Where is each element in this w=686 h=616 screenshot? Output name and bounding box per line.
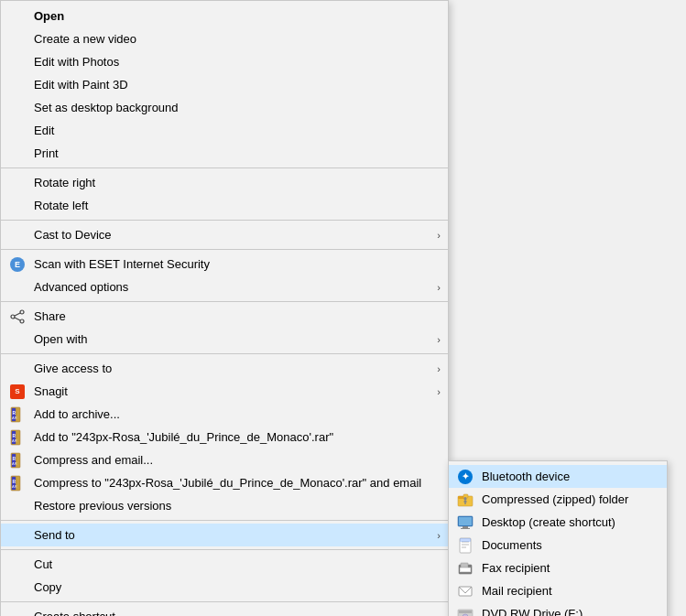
svg-rect-25 — [464, 498, 467, 500]
send-to-submenu: ✦ Bluetooth device Compressed (zipped) f… — [448, 460, 668, 616]
send-to-arrow-icon: › — [437, 530, 441, 541]
documents-label: Documents — [482, 538, 542, 552]
edit-paint3d-label: Edit with Paint 3D — [34, 78, 128, 92]
create-shortcut-label: Create shortcut — [34, 610, 115, 616]
separator-6 — [1, 520, 448, 521]
submenu-item-dvd[interactable]: DVD RW Drive (F:) — [449, 602, 667, 616]
svg-rect-30 — [461, 528, 470, 529]
separator-7 — [1, 549, 448, 550]
give-access-label: Give access to — [34, 362, 112, 375]
svg-text:AR: AR — [12, 416, 17, 420]
fax-label: Fax recipient — [482, 561, 550, 575]
svg-line-4 — [15, 318, 20, 320]
snagit-label: Snagit — [34, 384, 68, 398]
mail-label: Mail recipient — [482, 584, 552, 598]
menu-item-advanced[interactable]: Advanced options › — [1, 276, 448, 298]
compress-rar-email-label: Compress to "243px-Rosa_'Jubilé_du_Princ… — [34, 476, 421, 490]
print-label: Print — [34, 146, 59, 160]
menu-item-snagit[interactable]: S Snagit › — [1, 380, 448, 403]
open-with-label: Open with — [34, 332, 88, 346]
menu-item-send-to[interactable]: Send to › — [1, 524, 448, 546]
menu-item-rotate-right[interactable]: Rotate right — [1, 171, 448, 194]
svg-point-1 — [11, 315, 15, 319]
zip-label: Compressed (zipped) folder — [482, 492, 628, 506]
svg-rect-37 — [461, 563, 468, 567]
separator-5 — [1, 353, 448, 354]
menu-item-restore[interactable]: Restore previous versions — [1, 494, 448, 517]
context-menu: Open Create a new video Edit with Photos… — [0, 0, 449, 616]
menu-item-open-with[interactable]: Open with › — [1, 328, 448, 351]
svg-rect-39 — [461, 568, 470, 571]
winrar-add-icon: R AR — [8, 405, 27, 424]
menu-item-set-background[interactable]: Set as desktop background — [1, 96, 448, 119]
rotate-right-label: Rotate right — [34, 176, 95, 189]
advanced-label: Advanced options — [34, 280, 128, 294]
give-access-arrow-icon: › — [437, 363, 441, 374]
submenu-item-zip[interactable]: Compressed (zipped) folder — [449, 488, 667, 511]
dvd-icon — [456, 605, 474, 617]
edit-label: Edit — [34, 124, 54, 137]
menu-item-open[interactable]: Open — [1, 5, 448, 27]
submenu-item-desktop[interactable]: Desktop (create shortcut) — [449, 511, 667, 534]
submenu-item-documents[interactable]: Documents — [449, 534, 667, 557]
rotate-left-label: Rotate left — [34, 199, 88, 212]
svg-text:AR: AR — [12, 438, 17, 443]
menu-item-create-video[interactable]: Create a new video — [1, 27, 448, 50]
menu-item-add-rar[interactable]: R AR Add to "243px-Rosa_'Jubilé_du_Princ… — [1, 426, 448, 448]
desktop-icon — [456, 513, 474, 532]
bluetooth-label: Bluetooth device — [482, 470, 570, 483]
menu-item-add-archive[interactable]: R AR Add to archive... — [1, 403, 448, 426]
menu-item-compress-rar-email[interactable]: R AR Compress to "243px-Rosa_'Jubilé_du_… — [1, 471, 448, 494]
svg-rect-40 — [459, 587, 472, 596]
menu-item-cast[interactable]: Cast to Device › — [1, 223, 448, 246]
snagit-icon: S — [8, 383, 27, 401]
set-background-label: Set as desktop background — [34, 101, 179, 114]
separator-1 — [1, 168, 448, 168]
separator-3 — [1, 249, 448, 250]
svg-text:AR: AR — [12, 484, 17, 489]
svg-rect-42 — [459, 611, 472, 613]
submenu-item-bluetooth[interactable]: ✦ Bluetooth device — [449, 465, 667, 488]
menu-item-edit-photos[interactable]: Edit with Photos — [1, 50, 448, 73]
menu-item-edit[interactable]: Edit — [1, 119, 448, 142]
menu-item-cut[interactable]: Cut — [1, 553, 448, 576]
menu-item-share[interactable]: Share — [1, 305, 448, 328]
menu-item-edit-paint3d[interactable]: Edit with Paint 3D — [1, 73, 448, 96]
menu-item-rotate-left[interactable]: Rotate left — [1, 194, 448, 217]
menu-item-copy[interactable]: Copy — [1, 576, 448, 599]
open-label: Open — [34, 9, 64, 23]
svg-text:AR: AR — [12, 461, 17, 466]
menu-item-scan-eset[interactable]: E Scan with ESET Internet Security — [1, 253, 448, 276]
submenu-item-mail[interactable]: Mail recipient — [449, 579, 667, 602]
svg-point-2 — [20, 319, 24, 323]
winrar-rar-email-icon: R AR — [8, 474, 27, 492]
desktop-label: Desktop (create shortcut) — [482, 515, 615, 529]
submenu-item-fax[interactable]: Fax recipient — [449, 557, 667, 579]
fax-icon — [456, 559, 474, 578]
compress-email-label: Compress and email... — [34, 453, 153, 467]
svg-line-3 — [15, 313, 20, 316]
restore-label: Restore previous versions — [34, 499, 171, 513]
mail-icon — [456, 582, 474, 600]
svg-rect-35 — [460, 538, 471, 542]
share-icon — [8, 308, 27, 326]
add-rar-label: Add to "243px-Rosa_'Jubilé_du_Prince_de_… — [34, 430, 333, 444]
menu-item-compress-email[interactable]: R AR Compress and email... — [1, 448, 448, 471]
bluetooth-icon: ✦ — [456, 468, 474, 486]
cut-label: Cut — [34, 557, 52, 571]
menu-item-print[interactable]: Print — [1, 142, 448, 165]
separator-2 — [1, 220, 448, 221]
svg-rect-28 — [459, 517, 472, 525]
copy-label: Copy — [34, 580, 61, 594]
cast-label: Cast to Device — [34, 228, 112, 242]
eset-icon: E — [8, 255, 27, 274]
svg-rect-29 — [463, 526, 468, 528]
open-with-arrow-icon: › — [437, 334, 441, 345]
menu-item-create-shortcut[interactable]: Create shortcut — [1, 605, 448, 616]
separator-8 — [1, 601, 448, 602]
dvd-label: DVD RW Drive (F:) — [482, 607, 583, 616]
add-archive-label: Add to archive... — [34, 407, 120, 421]
menu-item-give-access[interactable]: Give access to › — [1, 357, 448, 380]
advanced-arrow-icon: › — [437, 282, 441, 293]
winrar-rar-icon: R AR — [8, 428, 27, 447]
